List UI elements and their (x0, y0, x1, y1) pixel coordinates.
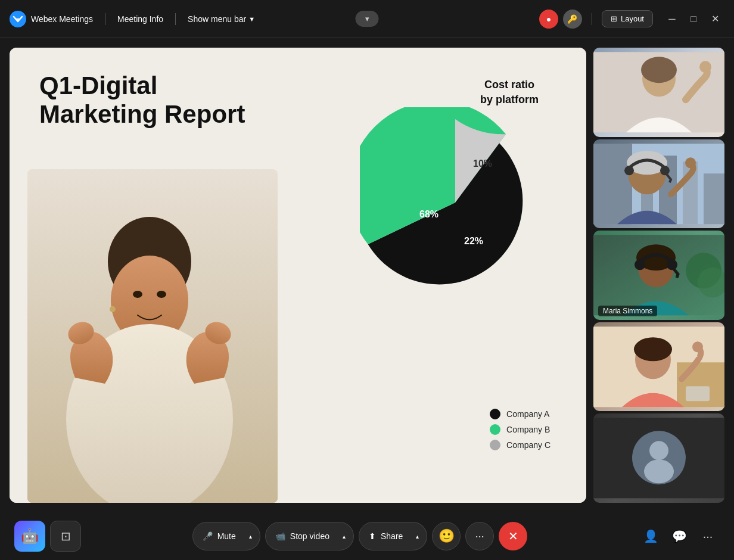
svg-rect-23 (704, 173, 724, 224)
maximize-button[interactable]: □ (684, 10, 703, 29)
legend-dot-b (490, 424, 500, 435)
svg-point-3 (135, 218, 170, 251)
svg-point-40 (634, 337, 672, 361)
cc-icon: ⊡ (61, 529, 71, 543)
speaker-silhouette-svg (27, 169, 278, 503)
participant-video-2 (593, 139, 724, 229)
emoji-reaction-button[interactable]: 🙂 (432, 522, 461, 550)
chat-icon: 💬 (672, 529, 687, 543)
legend-label-c: Company C (506, 440, 550, 450)
window-controls: ─ □ ✕ (663, 10, 724, 29)
pie-label-68: 68% (419, 209, 438, 219)
svg-point-15 (641, 57, 677, 83)
key-icon: 🔑 (567, 14, 577, 24)
participant-tile-5[interactable] (593, 413, 724, 503)
show-menu-bar[interactable]: Show menu bar ▼ (188, 14, 255, 24)
chevron-down-icon: ▼ (248, 15, 255, 23)
top-bar-center: ▾ (356, 11, 379, 27)
share-dropdown[interactable]: ▴ (408, 522, 427, 550)
stop-video-label: Stop video (290, 531, 329, 541)
legend-label-b: Company B (506, 425, 550, 434)
end-call-icon: ✕ (508, 529, 518, 543)
layout-icon: ⊞ (611, 14, 617, 23)
share-label: Share (381, 531, 403, 541)
participant-video-5 (593, 413, 724, 503)
close-button[interactable]: ✕ (705, 10, 724, 29)
participants-button[interactable]: 👤 (639, 524, 663, 548)
svg-point-34 (635, 259, 645, 270)
participant-video-1 (593, 48, 724, 137)
top-bar-left: Webex Meetings Meeting Info Show menu ba… (10, 11, 255, 27)
participant-video-4 (593, 322, 724, 412)
pie-label-10: 10% (473, 158, 492, 169)
participant-name-3: Maria Simmons (603, 307, 652, 315)
participant-tile-1[interactable] (593, 48, 724, 137)
stop-video-button[interactable]: 📹 Stop video (265, 522, 340, 550)
chevron-up-icon-3: ▴ (416, 533, 419, 540)
slide-title-line1: Q1-Digital (39, 71, 245, 100)
svg-point-11 (157, 291, 166, 298)
main-content: Q1-Digital Marketing Report Cost ratio b… (0, 38, 734, 512)
chart-legend: Company A Company B Company C (490, 409, 550, 455)
video-dropdown[interactable]: ▴ (335, 522, 354, 550)
more-apps-button[interactable]: ··· (696, 524, 720, 548)
bottom-left-controls: 🤖 ⊡ (14, 521, 81, 552)
bottom-bar: 🤖 ⊡ 🎤 Mute ▴ 📹 Stop video ▴ (0, 512, 734, 560)
record-icon: ● (546, 14, 551, 24)
svg-point-16 (699, 61, 711, 73)
microphone-icon: 🎤 (203, 531, 213, 541)
svg-rect-19 (593, 144, 632, 224)
slide-title: Q1-Digital Marketing Report (39, 71, 245, 129)
mute-label: Mute (217, 531, 236, 541)
chevron-up-icon: ▴ (249, 533, 252, 540)
collapse-button[interactable]: ▾ (356, 11, 379, 27)
show-menu-bar-label: Show menu bar (188, 14, 246, 24)
record-button[interactable]: ● (539, 10, 558, 29)
presentation-area: Q1-Digital Marketing Report Cost ratio b… (10, 48, 586, 503)
top-bar-right: ● 🔑 ⊞ Layout ─ □ ✕ (539, 10, 724, 29)
end-call-button[interactable]: ✕ (499, 522, 527, 550)
participant-tile-2[interactable] (593, 139, 724, 229)
layout-button[interactable]: ⊞ Layout (602, 10, 653, 27)
more-options-button[interactable]: ··· (465, 522, 494, 550)
minimize-button[interactable]: ─ (663, 10, 682, 29)
participant-tile-4[interactable] (593, 322, 724, 412)
svg-point-10 (133, 291, 142, 298)
slide-title-line2: Marketing Report (39, 100, 245, 129)
legend-dot-a (490, 409, 500, 419)
webex-logo-icon (10, 11, 26, 27)
divider-2 (175, 13, 176, 25)
more-icon: ··· (475, 530, 484, 543)
video-group: 📹 Stop video ▴ (265, 522, 354, 550)
ai-assistant-button[interactable]: 🤖 (14, 521, 45, 552)
mute-dropdown[interactable]: ▴ (241, 522, 260, 550)
chart-title: Cost ratio by platform (480, 77, 539, 107)
security-button[interactable]: 🔑 (563, 10, 582, 29)
share-button[interactable]: ⬆ Share (359, 522, 413, 550)
svg-point-35 (667, 259, 677, 270)
chevron-down-icon-2: ▾ (365, 14, 369, 23)
ai-icon: 🤖 (21, 528, 39, 545)
pie-chart: 68% 22% 10% (360, 107, 550, 298)
legend-item-company-a: Company A (490, 409, 550, 419)
closed-caption-button[interactable]: ⊡ (50, 521, 81, 552)
bottom-right-controls: 👤 💬 ··· (639, 524, 720, 548)
participants-icon: 👤 (643, 529, 658, 543)
mute-button[interactable]: 🎤 Mute (192, 522, 246, 550)
participant-name-tag-3: Maria Simmons (598, 306, 657, 316)
participants-panel: Maria Simmons (593, 48, 724, 503)
pie-chart-svg: 68% 22% 10% (360, 107, 550, 298)
meeting-info-link[interactable]: Meeting Info (117, 14, 163, 24)
legend-item-company-b: Company B (490, 424, 550, 435)
bottom-center-controls: 🎤 Mute ▴ 📹 Stop video ▴ ⬆ Share (192, 522, 528, 550)
emoji-icon: 🙂 (438, 528, 455, 544)
participant-tile-3[interactable]: Maria Simmons (593, 231, 724, 320)
layout-label: Layout (621, 14, 644, 23)
svg-point-27 (660, 166, 670, 175)
svg-rect-42 (686, 386, 710, 401)
overflow-dots-icon: ··· (703, 530, 713, 543)
share-icon: ⬆ (369, 531, 376, 541)
legend-dot-c (490, 440, 500, 450)
pie-label-22: 22% (464, 236, 483, 246)
chat-button[interactable]: 💬 (667, 524, 691, 548)
